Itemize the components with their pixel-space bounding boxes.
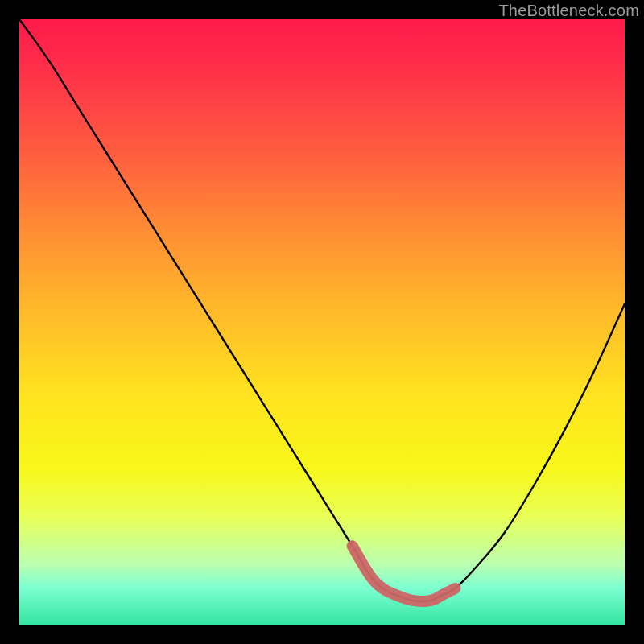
curve-svg bbox=[19, 19, 625, 625]
highlight-segment bbox=[353, 546, 456, 601]
chart-stage: TheBottleneck.com bbox=[0, 0, 644, 644]
watermark-text: TheBottleneck.com bbox=[498, 2, 639, 20]
plot-area bbox=[19, 19, 625, 625]
bottleneck-curve bbox=[19, 19, 625, 601]
